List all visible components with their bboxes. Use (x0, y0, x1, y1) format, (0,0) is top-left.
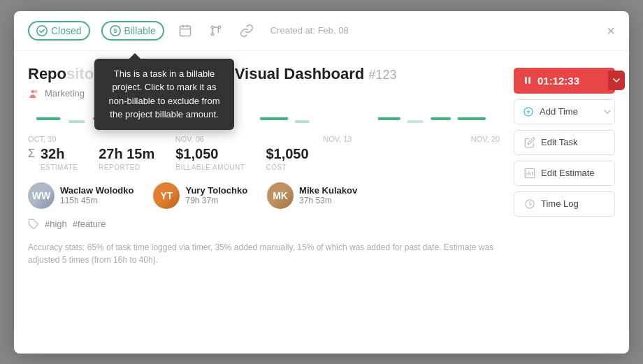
stat-estimate-value: 32h (41, 146, 78, 162)
member-3-name: Mike Kulakov (299, 185, 357, 196)
member-1-info: Waclaw Wolodko 115h 45m (60, 185, 133, 205)
timer-dropdown[interactable] (608, 71, 625, 90)
link-button[interactable] (237, 21, 257, 41)
svg-point-11 (34, 89, 38, 93)
svg-rect-3 (180, 26, 190, 36)
member-3-avatar: MK (267, 182, 294, 209)
add-time-button[interactable]: Add Time (514, 99, 615, 124)
svg-rect-13 (68, 120, 85, 123)
member-2-avatar: YT (153, 182, 180, 209)
svg-text:$: $ (113, 27, 117, 34)
created-at: Created at: Feb, 08 (270, 25, 349, 36)
branch-button[interactable] (206, 21, 226, 41)
svg-rect-22 (431, 117, 451, 119)
edit-icon (524, 137, 535, 148)
calendar-button[interactable] (175, 21, 195, 41)
pause-icon (522, 75, 533, 86)
member-3-info: Mike Kulakov 37h 53m (299, 185, 357, 205)
chart-label-4: NOV, 20 (471, 135, 500, 143)
svg-rect-18 (260, 117, 289, 119)
sidebar: 01:12:33 Add Time (514, 65, 615, 266)
stat-billable-value: $1,050 (175, 146, 245, 162)
stat-cost-label: COST (266, 163, 308, 171)
svg-rect-26 (528, 77, 530, 83)
svg-rect-19 (295, 120, 310, 123)
members-row: WW Waclaw Wolodko 115h 45m YT Yury Toloc… (28, 182, 500, 209)
billable-tooltip: This is a task in a billable project. Cl… (94, 59, 234, 130)
billable-badge[interactable]: $ Billable (101, 21, 164, 41)
stats-row: Σ 32h ESTIMATE 27h 15m REPORTED $1,050 B… (28, 146, 500, 171)
add-time-icon (523, 106, 534, 117)
edit-estimate-button[interactable]: Edit Estimate (514, 161, 615, 186)
check-icon (36, 25, 48, 36)
add-time-label: Add Time (540, 106, 578, 117)
task-modal: Closed $ Billable (14, 11, 629, 354)
member-1: WW Waclaw Wolodko 115h 45m (28, 182, 133, 209)
members-icon (28, 87, 41, 100)
chevron-down-icon (612, 76, 621, 85)
svg-rect-20 (377, 117, 400, 119)
svg-point-0 (37, 25, 47, 35)
sum-icon: Σ (28, 147, 35, 160)
member-2-info: Yury Tolochko 79h 37m (185, 185, 247, 205)
member-3-time: 37h 53m (299, 196, 357, 205)
link-icon (240, 24, 254, 38)
member-3: MK Mike Kulakov 37h 53m (267, 182, 357, 209)
closed-badge[interactable]: Closed (28, 21, 90, 41)
clock-icon (524, 198, 535, 210)
edit-task-button[interactable]: Edit Task (514, 130, 615, 155)
tag-feature[interactable]: #feature (73, 219, 106, 229)
timer-display: 01:12:33 (537, 75, 579, 87)
member-2-time: 79h 37m (185, 196, 247, 205)
chart-labels: OCT, 30 NOV, 06 NOV, 13 NOV, 20 (28, 135, 500, 143)
edit-estimate-label: Edit Estimate (541, 168, 595, 178)
member-1-name: Waclaw Wolodko (60, 185, 133, 196)
dollar-icon: $ (110, 25, 121, 36)
stat-cost-value: $1,050 (266, 146, 308, 162)
stat-estimate: 32h ESTIMATE (41, 146, 78, 171)
member-2: YT Yury Tolochko 79h 37m (153, 182, 247, 209)
timer-button[interactable]: 01:12:33 (514, 68, 615, 94)
branch-icon (209, 24, 223, 38)
close-button[interactable]: × (607, 24, 615, 38)
stat-estimate-container: Σ 32h ESTIMATE (28, 146, 78, 171)
timer-left: 01:12:33 (522, 75, 579, 87)
chart-label-3: NOV, 13 (323, 135, 352, 143)
member-2-name: Yury Tolochko (185, 185, 247, 196)
svg-rect-23 (457, 117, 486, 119)
svg-point-9 (211, 33, 213, 35)
member-1-avatar: WW (28, 182, 55, 209)
tag-icon (28, 219, 39, 230)
accuracy-text: Accuracy stats: 65% of task time logged … (28, 241, 500, 266)
svg-point-7 (211, 26, 213, 28)
tag-high[interactable]: #high (45, 219, 67, 229)
edit-task-label: Edit Task (541, 137, 578, 147)
stat-estimate-label: ESTIMATE (41, 163, 78, 171)
svg-rect-21 (407, 120, 423, 123)
stat-cost: $1,050 COST (266, 146, 308, 171)
billable-label: Billable (124, 25, 156, 36)
stat-reported-value: 27h 15m (99, 146, 154, 162)
stat-reported-label: REPORTED (99, 163, 154, 171)
stat-billable-label: BILLABLE AMOUNT (175, 163, 245, 171)
stat-billable: $1,050 BILLABLE AMOUNT (175, 146, 245, 171)
svg-rect-12 (36, 117, 61, 119)
task-id: #123 (368, 68, 396, 82)
tooltip-text: This is a task in a billable project. Cl… (109, 68, 220, 120)
chart-label-1: OCT, 30 (28, 135, 56, 143)
member-1-time: 115h 45m (60, 196, 133, 205)
time-log-label: Time Log (541, 198, 579, 209)
svg-rect-25 (525, 77, 527, 83)
chart-label-2: NOV, 06 (175, 135, 204, 143)
svg-rect-30 (525, 168, 534, 177)
time-log-button[interactable]: Time Log (514, 191, 615, 217)
tags-row: #high #feature (28, 219, 500, 230)
svg-point-10 (31, 89, 35, 93)
project-name: Marketing (45, 88, 85, 99)
calendar-icon (178, 24, 192, 38)
add-time-dropdown-icon (603, 108, 612, 116)
chart-icon (524, 168, 535, 179)
modal-header: Closed $ Billable (14, 11, 629, 51)
stat-reported: 27h 15m REPORTED (99, 146, 154, 171)
closed-label: Closed (51, 25, 82, 36)
